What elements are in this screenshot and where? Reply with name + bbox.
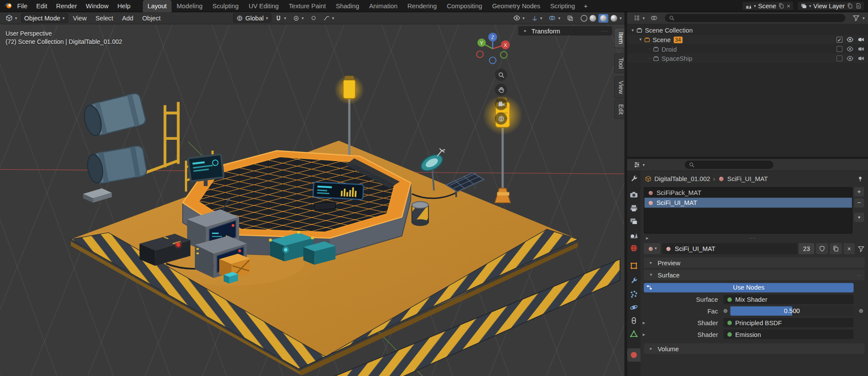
tab-view-layer[interactable] [629,217,638,226]
users-count-button[interactable]: 23 [799,243,815,254]
tab-scripting[interactable]: Scripting [545,0,580,12]
menu-view[interactable]: View [69,15,90,21]
tab-texture-paint[interactable]: Texture Paint [284,0,331,12]
duplicate-scene-icon[interactable] [779,3,785,9]
chevron-down-icon[interactable]: ▾ [863,16,865,20]
breadcrumb-object[interactable]: DigitalTable_01.002 [654,175,710,182]
outliner-row-scene[interactable]: ▾ Scene 34 ✓ [627,35,868,44]
display-mode-icon[interactable] [650,14,658,22]
menu-add[interactable]: Add [118,15,137,21]
outliner-row-scene-collection[interactable]: ▾ Scene Collection [627,26,868,35]
menu-help[interactable]: Help [113,0,135,12]
gizmos-dropdown[interactable]: ▾ [529,13,545,23]
sidebar-tab-edit[interactable]: Edit [614,100,625,119]
object-type-visibility-dropdown[interactable]: ▾ [510,13,527,23]
sidebar-tab-view[interactable]: View [614,76,625,99]
tab-object[interactable] [629,261,638,270]
tab-shading[interactable]: Shading [331,0,364,12]
menu-render[interactable]: Render [52,0,82,12]
remove-slot-button[interactable]: − [854,198,864,208]
gizmo-neg-x-axis[interactable] [477,51,483,57]
unlink-material-button[interactable]: × [844,243,855,254]
render-visibility-icon[interactable] [858,55,865,62]
lamp-post-front[interactable] [483,95,523,202]
shader2-dropdown[interactable]: Emission [723,330,854,339]
view-layer-selector[interactable]: ▾ View Layer [797,1,865,11]
render-visibility-icon[interactable] [858,36,865,43]
menu-file[interactable]: File [13,0,32,12]
viewport-navigation-gizmo[interactable]: Z Y X [475,31,510,66]
editor-type-dropdown[interactable]: ▾ [631,160,648,170]
tab-world[interactable] [629,244,638,252]
editor-type-dropdown[interactable]: ▾ [3,13,20,23]
disclosure-triangle-icon[interactable]: ▾ [637,37,644,42]
outliner-row-droid[interactable]: · Droid [627,44,868,54]
slot-specials-dropdown[interactable]: ▾ [854,213,864,222]
pin-icon[interactable] [857,175,863,182]
menu-select[interactable]: Select [92,15,117,21]
tab-material[interactable] [627,348,641,362]
disclosure-triangle-icon[interactable]: ▸ [646,235,649,241]
panel-preview[interactable]: ▸ Preview [644,257,865,268]
slot-expand-row[interactable]: ▸ ∙∙∙∙ [641,234,868,242]
surface-shader-dropdown[interactable]: Mix Shader [723,295,854,304]
3d-scene-canvas[interactable] [0,24,625,376]
browse-material-button[interactable]: ▾ [644,243,660,254]
tab-uv-editing[interactable]: UV Editing [243,0,283,12]
tab-particles[interactable] [629,290,638,298]
material-slot-selected[interactable]: SciFi_UI_MAT [644,198,852,208]
shading-dropdown[interactable]: ▾ [620,16,622,20]
tab-modeling[interactable]: Modeling [172,0,207,12]
fake-user-shield-button[interactable] [816,243,828,254]
fuel-tanks[interactable] [81,92,178,185]
proportional-edit-toggle[interactable] [308,13,319,23]
gizmo-neg-y-axis[interactable] [500,52,507,58]
xray-toggle[interactable] [564,13,576,23]
material-slot-list[interactable]: SciFiPack_MAT SciFi_UI_MAT [644,187,852,234]
tab-modifiers[interactable] [629,276,638,285]
outliner-search-input[interactable] [665,14,845,22]
menu-window[interactable]: Window [82,0,113,12]
tab-compositing[interactable]: Compositing [442,0,487,12]
selectability-checkbox[interactable] [836,56,842,62]
duplicate-view-layer-icon[interactable] [847,3,853,9]
shading-solid-button[interactable] [590,15,596,21]
tab-rendering[interactable]: Rendering [402,0,442,12]
hazard-barrel[interactable] [412,201,428,226]
shader1-dropdown[interactable]: Principled BSDF [723,318,854,327]
menu-edit[interactable]: Edit [32,0,52,12]
tab-scene[interactable] [629,231,638,239]
breadcrumb-material[interactable]: SciFi_UI_MAT [727,175,768,182]
snap-toggle[interactable]: ▾ [273,13,289,23]
shading-rendered-button[interactable] [611,15,617,21]
pan-hand-button[interactable] [495,84,507,96]
material-slot[interactable]: SciFiPack_MAT [644,188,852,198]
blender-logo-icon[interactable] [3,2,13,10]
sidebar-tab-tool[interactable]: Tool [614,53,625,73]
menu-object[interactable]: Object [138,15,164,21]
render-visibility-icon[interactable] [858,46,865,53]
add-slot-button[interactable]: + [854,187,864,197]
transform-orientation-dropdown[interactable]: Global ▾ [233,13,271,23]
selectability-checkbox[interactable] [836,46,842,52]
perspective-ortho-button[interactable] [495,112,507,125]
tab-tool[interactable] [629,175,638,183]
pallet[interactable] [83,188,112,203]
filter-funnel-icon[interactable] [858,245,865,252]
hide-eye-icon[interactable] [846,36,854,43]
tab-sculpting[interactable]: Sculpting [207,0,243,12]
sidebar-tab-item[interactable]: Item [614,28,625,49]
disclosure-triangle-icon[interactable]: ▸ [641,320,648,326]
drag-grip-icon[interactable]: ∙∙∙∙ [749,235,756,241]
shading-wireframe-button[interactable] [581,15,587,21]
overlays-dropdown[interactable]: ▾ [546,13,563,23]
disclosure-triangle-icon[interactable]: ▾ [629,28,636,33]
gizmo-neg-z-axis[interactable] [490,57,496,63]
panel-volume[interactable]: ▸ Volume [644,343,865,354]
tab-geometry-nodes[interactable]: Geometry Nodes [487,0,545,12]
falloff-dropdown[interactable]: ▾ [320,13,337,23]
outliner-row-spaceship[interactable]: · SpaceShip [627,54,868,63]
transform-panel-header[interactable]: ▸ Transform ∙∙∙∙ [518,26,612,36]
tab-object-data[interactable] [629,330,638,338]
use-nodes-button[interactable]: Use Nodes [644,283,853,293]
